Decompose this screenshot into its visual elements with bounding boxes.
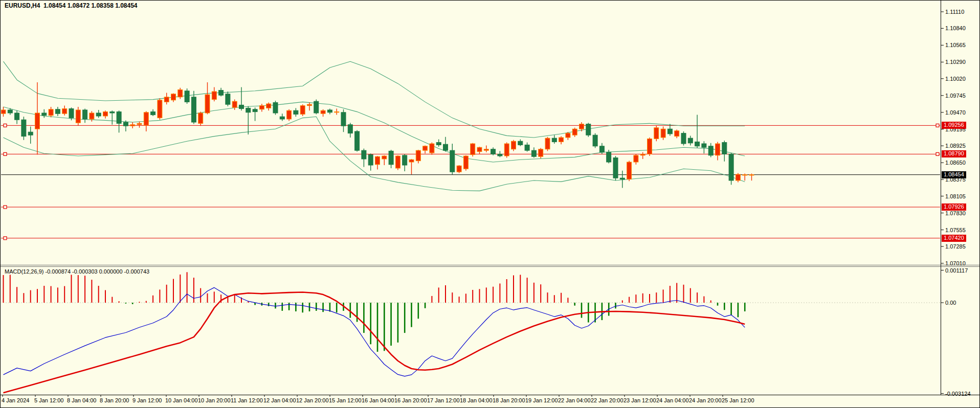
candle xyxy=(395,155,400,170)
candle xyxy=(287,109,292,121)
price-tick-label: 1.07010 xyxy=(945,260,966,266)
time-tick-label: 12 Jan 04:00 xyxy=(263,397,296,403)
price-tick-label: 1.10565 xyxy=(945,42,966,48)
candle xyxy=(273,101,278,115)
price-tick-label: 1.07285 xyxy=(945,243,966,250)
time-tick-label: 18 Jan 20:00 xyxy=(493,397,525,403)
candle xyxy=(545,137,550,151)
candle xyxy=(21,117,26,140)
price-tick-label: 1.08650 xyxy=(945,160,966,166)
time-tick-label: 12 Jan 20:00 xyxy=(296,397,329,403)
time-tick-label: 22 Jan 20:00 xyxy=(591,397,623,403)
line-anchor-handle[interactable] xyxy=(4,152,7,155)
candle xyxy=(613,156,618,180)
time-tick-label: 8 Jan 20:00 xyxy=(100,397,129,403)
line-anchor-handle[interactable] xyxy=(4,237,7,240)
price-tick-label: 1.07830 xyxy=(945,210,966,216)
candle xyxy=(430,143,434,155)
time-tick-label: 8 Jan 04:00 xyxy=(67,397,97,403)
candle xyxy=(300,104,305,116)
candle xyxy=(314,100,319,115)
time-tick-label: 24 Jan 04:00 xyxy=(656,397,689,403)
time-tick-label: 10 Jan 20:00 xyxy=(198,397,231,403)
line-anchor-handle[interactable] xyxy=(936,124,939,127)
current-price-tag[interactable]: 1.08454 xyxy=(942,171,966,178)
price-tick-label: 1.10290 xyxy=(945,59,966,65)
candle xyxy=(463,155,468,171)
candle xyxy=(355,130,360,152)
time-tick-label: 16 Jan 04:00 xyxy=(362,397,394,403)
candle xyxy=(681,131,686,146)
time-tick-label: 23 Jan 12:00 xyxy=(623,397,656,403)
time-tick-label: 4 Jan 2024 xyxy=(2,397,29,403)
price-tick-label: 1.08925 xyxy=(945,143,966,149)
line-anchor-handle[interactable] xyxy=(936,152,939,155)
price-tick-label: 1.09470 xyxy=(945,109,966,116)
candle xyxy=(627,161,632,182)
candle xyxy=(511,140,516,151)
time-tick-label: 24 Jan 20:00 xyxy=(689,397,722,403)
price-tick-label: 1.07555 xyxy=(945,227,966,233)
price-tick-label: 1.08105 xyxy=(945,193,966,199)
time-tick-label: 25 Jan 12:00 xyxy=(722,397,754,403)
candle xyxy=(593,133,597,148)
candle xyxy=(654,125,659,141)
macd-indicator-label: MACD(12,26,9) -0.000874 -0.000303 0.0000… xyxy=(5,268,149,275)
macd-tick-label: -0.003124 xyxy=(945,391,971,397)
time-tick-label: 10 Jan 04:00 xyxy=(165,397,198,403)
price-tick-label: 1.09745 xyxy=(945,93,966,99)
line-anchor-handle[interactable] xyxy=(4,124,7,127)
candle xyxy=(457,165,461,173)
candle xyxy=(586,123,591,137)
time-tick-label: 9 Jan 12:00 xyxy=(132,397,162,403)
candle xyxy=(185,88,189,104)
candle xyxy=(178,88,183,99)
time-tick-label: 11 Jan 12:00 xyxy=(231,397,263,403)
time-tick-label: 22 Jan 04:00 xyxy=(558,397,591,403)
price-tick-label: 1.11110 xyxy=(945,9,964,15)
chart-window: EURUSD,H4 1.08454 1.08472 1.08358 1.0845… xyxy=(0,0,980,408)
macd-tick-label: 0.001117 xyxy=(945,267,968,274)
candle xyxy=(504,143,509,158)
chart-canvas xyxy=(1,1,980,408)
candle xyxy=(729,153,733,185)
time-tick-label: 5 Jan 12:00 xyxy=(34,397,64,403)
candle xyxy=(158,98,162,120)
price-tick-label: 1.10020 xyxy=(945,76,966,82)
chart-background xyxy=(1,1,980,408)
time-tick-label: 19 Jan 12:00 xyxy=(525,397,558,403)
symbol-ohlc-title: EURUSD,H4 1.08454 1.08472 1.08358 1.0845… xyxy=(5,3,138,9)
time-tick-label: 15 Jan 12:00 xyxy=(329,397,362,403)
candle xyxy=(648,138,652,156)
price-tick-label: 1.10840 xyxy=(945,25,966,31)
line-anchor-handle[interactable] xyxy=(4,206,7,209)
time-tick-label: 18 Jan 04:00 xyxy=(460,397,493,403)
time-tick-label: 17 Jan 12:00 xyxy=(427,397,460,403)
level-price-tag[interactable]: 1.08790 xyxy=(942,150,966,157)
level-price-tag[interactable]: 1.07420 xyxy=(942,235,966,242)
candle xyxy=(471,143,475,156)
level-price-tag[interactable]: 1.07926 xyxy=(942,203,966,211)
candle xyxy=(226,92,230,106)
macd-tick-label: 0.00 xyxy=(945,300,956,306)
level-price-tag[interactable]: 1.09256 xyxy=(942,122,966,129)
time-tick-label: 16 Jan 20:00 xyxy=(394,397,427,403)
